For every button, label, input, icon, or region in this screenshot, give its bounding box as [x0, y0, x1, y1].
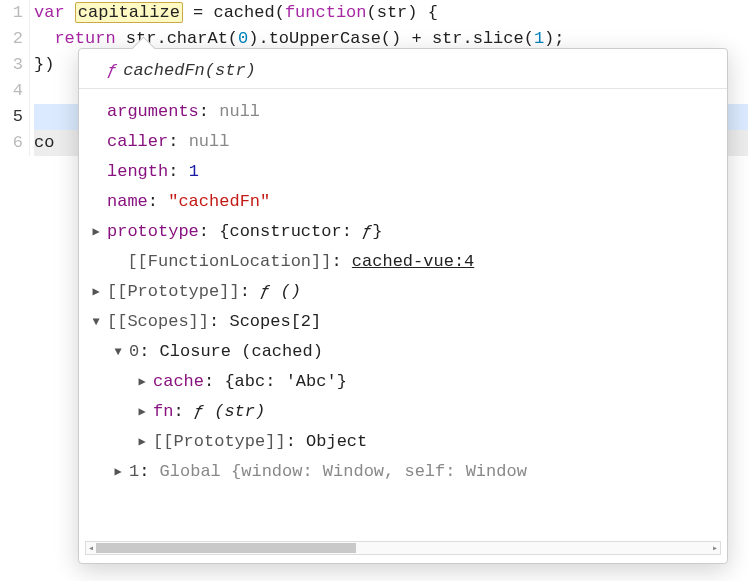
- scope-prop-row[interactable]: ▶fn: ƒ (str): [83, 397, 723, 427]
- expand-right-icon[interactable]: ▶: [111, 457, 125, 487]
- prop-row[interactable]: caller: null: [83, 127, 723, 157]
- line-number: 6: [0, 130, 23, 156]
- line-number: 1: [0, 0, 23, 26]
- hover-target[interactable]: capitalize: [75, 2, 183, 23]
- prop-row-expandable[interactable]: ▶[[Prototype]]: ƒ (): [83, 277, 723, 307]
- expand-down-icon[interactable]: ▼: [111, 337, 125, 367]
- tooltip-header: ƒcachedFn(str): [79, 59, 727, 89]
- expand-right-icon[interactable]: ▶: [89, 217, 103, 247]
- function-icon: ƒ: [107, 61, 117, 80]
- prop-row-expandable[interactable]: ▶prototype: {constructor: ƒ}: [83, 217, 723, 247]
- line-gutter: 1 2 3 4 5 6: [0, 0, 30, 156]
- source-link[interactable]: cached-vue:4: [352, 252, 474, 271]
- scrollbar-thumb[interactable]: [96, 543, 356, 553]
- scope-row-expanded[interactable]: ▼0: Closure (cached): [83, 337, 723, 367]
- scope-prop-row[interactable]: ▶[[Prototype]]: Object: [83, 427, 723, 457]
- scope-row-expandable[interactable]: ▶1: Global {window: Window, self: Window: [83, 457, 723, 487]
- prop-row[interactable]: length: 1: [83, 157, 723, 187]
- tooltip-body[interactable]: arguments: null caller: null length: 1 n…: [79, 89, 727, 537]
- prop-row[interactable]: [[FunctionLocation]]: cached-vue:4: [83, 247, 723, 277]
- expand-down-icon[interactable]: ▼: [89, 307, 103, 337]
- line-number: 2: [0, 26, 23, 52]
- horizontal-scrollbar[interactable]: ◂ ▸: [85, 541, 721, 555]
- code-line: var capitalize = cached(function(str) {: [34, 0, 748, 26]
- scope-prop-row[interactable]: ▶cache: {abc: 'Abc'}: [83, 367, 723, 397]
- line-number-active: 5: [0, 104, 23, 130]
- scroll-left-icon[interactable]: ◂: [86, 542, 96, 554]
- prop-row[interactable]: name: "cachedFn": [83, 187, 723, 217]
- scroll-right-icon[interactable]: ▸: [710, 542, 720, 554]
- expand-right-icon[interactable]: ▶: [89, 277, 103, 307]
- hover-tooltip: ƒcachedFn(str) arguments: null caller: n…: [78, 48, 728, 564]
- expand-right-icon[interactable]: ▶: [135, 427, 149, 457]
- line-number: 3: [0, 52, 23, 78]
- prop-row[interactable]: arguments: null: [83, 97, 723, 127]
- expand-right-icon[interactable]: ▶: [135, 397, 149, 427]
- expand-right-icon[interactable]: ▶: [135, 367, 149, 397]
- prop-row-expanded[interactable]: ▼[[Scopes]]: Scopes[2]: [83, 307, 723, 337]
- line-number: 4: [0, 78, 23, 104]
